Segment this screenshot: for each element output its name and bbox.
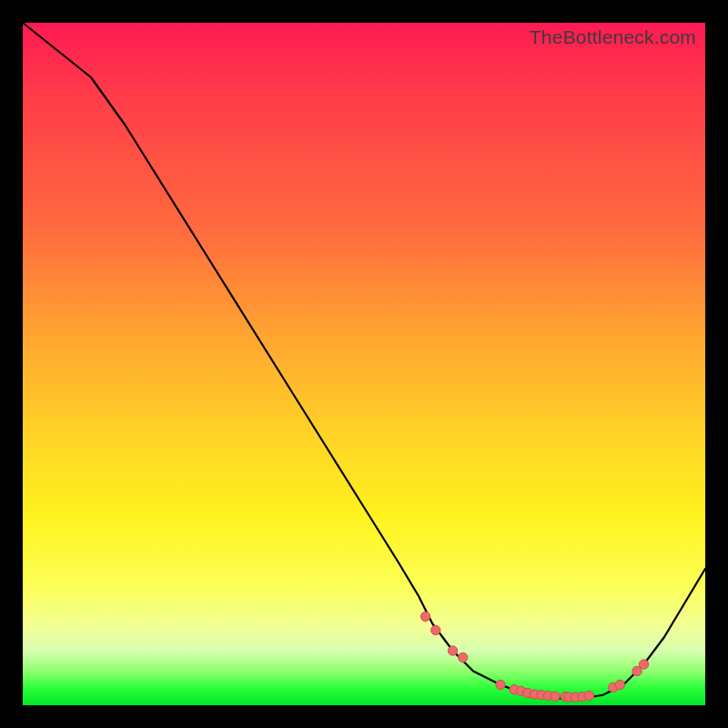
curve-line — [23, 23, 705, 699]
highlight-marker — [459, 652, 468, 662]
highlight-marker — [584, 691, 593, 700]
highlight-marker — [496, 680, 505, 689]
highlight-marker — [420, 612, 430, 621]
chart-plot-area: TheBottleneck.com — [23, 23, 705, 705]
highlight-marker — [639, 660, 648, 669]
highlight-marker — [551, 692, 560, 701]
highlight-marker — [448, 646, 457, 655]
highlight-marker — [431, 625, 440, 634]
bottleneck-curve — [23, 23, 705, 705]
marker-group — [420, 612, 648, 702]
highlight-marker — [615, 680, 624, 689]
chart-frame: TheBottleneck.com — [0, 0, 728, 728]
